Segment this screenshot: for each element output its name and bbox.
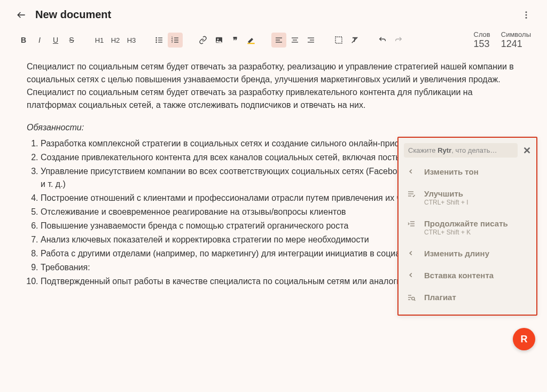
word-count: Слов 153 bbox=[474, 30, 490, 50]
context-menu-item[interactable]: Плагиат bbox=[398, 286, 536, 308]
chevron-left-icon bbox=[407, 168, 417, 175]
bold-button[interactable]: B bbox=[16, 33, 31, 48]
back-arrow-icon[interactable] bbox=[16, 10, 27, 20]
svg-rect-11 bbox=[174, 37, 178, 38]
undo-button[interactable] bbox=[375, 33, 390, 48]
close-icon[interactable]: ✕ bbox=[523, 145, 531, 156]
word-count-label: Слов bbox=[474, 30, 490, 38]
svg-rect-9 bbox=[158, 42, 162, 42]
svg-rect-7 bbox=[158, 40, 162, 40]
svg-rect-19 bbox=[276, 37, 282, 38]
svg-text:3: 3 bbox=[171, 41, 173, 43]
context-menu-item[interactable]: Изменить тон bbox=[398, 161, 536, 183]
context-menu-item[interactable]: УлучшитьCTRL+ Shift + I bbox=[398, 183, 536, 213]
placeholder-pre: Скажите bbox=[408, 146, 437, 154]
align-center-button[interactable] bbox=[287, 33, 302, 48]
svg-rect-21 bbox=[276, 42, 282, 42]
section-title: Обязанности: bbox=[27, 121, 520, 134]
context-menu-item[interactable]: Изменить длину bbox=[398, 242, 536, 264]
clear-group bbox=[331, 33, 362, 48]
svg-point-6 bbox=[155, 40, 157, 41]
char-count-label: Символы bbox=[501, 30, 531, 38]
continue-icon bbox=[407, 219, 417, 228]
clear-format-button[interactable] bbox=[347, 33, 362, 48]
heading-group: H1 H2 H3 bbox=[92, 33, 139, 48]
rytr-fab-button[interactable]: R bbox=[513, 328, 535, 350]
redo-button[interactable] bbox=[391, 33, 406, 48]
char-count: Символы 1241 bbox=[501, 30, 531, 50]
svg-point-39 bbox=[412, 297, 415, 300]
char-count-value: 1241 bbox=[501, 38, 522, 50]
bullet-list-button[interactable] bbox=[152, 33, 167, 48]
svg-rect-18 bbox=[247, 43, 254, 44]
counters: Слов 153 Символы 1241 bbox=[474, 30, 532, 50]
menu-item-label: Продолжайте писать bbox=[424, 219, 508, 228]
menu-item-shortcut: CTRL+ Shift + I bbox=[424, 199, 468, 206]
insert-group: ❞ bbox=[196, 33, 259, 48]
svg-point-17 bbox=[217, 38, 219, 40]
format-group: B I U S bbox=[16, 33, 79, 48]
placeholder-post: , что делать… bbox=[451, 146, 497, 154]
chevron-left-icon bbox=[407, 249, 417, 257]
chevron-left-icon bbox=[407, 271, 417, 279]
toolbar: B I U S H1 H2 H3 123 ❞ bbox=[0, 26, 547, 60]
fab-label: R bbox=[521, 334, 528, 345]
list-group: 123 bbox=[152, 33, 183, 48]
svg-rect-27 bbox=[308, 42, 314, 42]
svg-point-3 bbox=[526, 17, 527, 18]
align-left-button[interactable] bbox=[271, 33, 286, 48]
svg-rect-28 bbox=[335, 37, 342, 43]
svg-rect-22 bbox=[292, 37, 298, 38]
svg-rect-26 bbox=[310, 40, 314, 40]
more-menu-icon[interactable] bbox=[521, 10, 531, 20]
menu-item-label: Изменить тон bbox=[424, 167, 479, 176]
underline-button[interactable]: U bbox=[48, 33, 63, 48]
header: New document bbox=[0, 0, 547, 26]
svg-rect-23 bbox=[293, 40, 297, 40]
menu-item-label: Вставка контента bbox=[424, 271, 494, 280]
word-count-value: 153 bbox=[474, 38, 490, 50]
context-menu-item[interactable]: Продолжайте писатьCTRL+ Shift + K bbox=[398, 213, 536, 242]
svg-rect-24 bbox=[292, 42, 298, 42]
document-title: New document bbox=[35, 9, 111, 21]
svg-point-8 bbox=[155, 42, 157, 43]
history-group bbox=[375, 33, 406, 48]
h2-button[interactable]: H2 bbox=[108, 33, 123, 48]
menu-item-label: Улучшить bbox=[424, 189, 468, 198]
h1-button[interactable]: H1 bbox=[92, 33, 107, 48]
menu-item-label: Плагиат bbox=[424, 293, 456, 302]
svg-point-1 bbox=[526, 11, 527, 13]
rytr-context-menu: Скажите Rytr, что делать… ✕ Изменить тон… bbox=[397, 137, 537, 316]
svg-rect-15 bbox=[174, 42, 178, 42]
strike-button[interactable]: S bbox=[64, 33, 79, 48]
h3-button[interactable]: H3 bbox=[124, 33, 139, 48]
svg-point-2 bbox=[526, 14, 527, 15]
rytr-command-input[interactable]: Скажите Rytr, что делать… bbox=[404, 143, 518, 158]
context-menu-item[interactable]: Вставка контента bbox=[398, 264, 536, 286]
svg-rect-25 bbox=[308, 37, 314, 38]
svg-rect-5 bbox=[158, 37, 162, 38]
align-group bbox=[271, 33, 318, 48]
select-all-button[interactable] bbox=[331, 33, 346, 48]
menu-item-label: Изменить длину bbox=[424, 249, 489, 258]
highlight-button[interactable] bbox=[244, 33, 259, 48]
menu-item-shortcut: CTRL+ Shift + K bbox=[424, 229, 508, 236]
svg-line-40 bbox=[414, 300, 415, 301]
image-button[interactable] bbox=[212, 33, 226, 48]
placeholder-brand: Rytr bbox=[437, 146, 451, 154]
header-left: New document bbox=[16, 9, 111, 21]
improve-icon bbox=[407, 190, 417, 198]
plagiarism-icon bbox=[407, 293, 417, 302]
quote-button[interactable]: ❞ bbox=[228, 33, 243, 48]
intro-paragraph: Специалист по социальным сетям будет отв… bbox=[27, 60, 520, 112]
link-button[interactable] bbox=[196, 33, 210, 48]
ordered-list-button[interactable]: 123 bbox=[168, 33, 183, 48]
align-right-button[interactable] bbox=[303, 33, 318, 48]
context-menu-header: Скажите Rytr, что делать… ✕ bbox=[398, 141, 536, 161]
italic-button[interactable]: I bbox=[32, 33, 47, 48]
svg-rect-20 bbox=[276, 40, 280, 40]
svg-rect-13 bbox=[174, 40, 178, 40]
svg-point-4 bbox=[155, 37, 157, 39]
